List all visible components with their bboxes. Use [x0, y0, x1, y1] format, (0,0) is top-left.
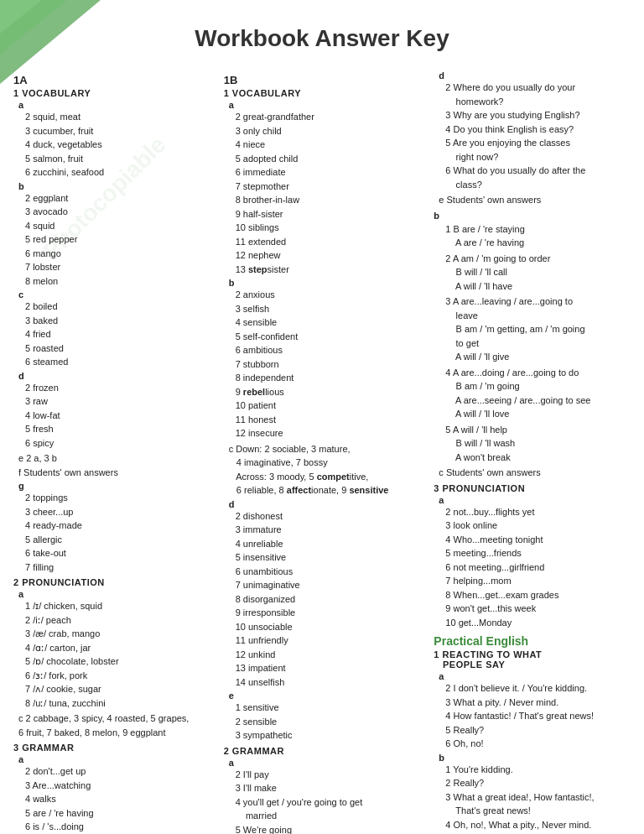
list-item: 5 Really? — [445, 723, 631, 738]
vocab-d-block: d — [18, 371, 210, 381]
pronun-label: 2 PRONUNCIATION — [13, 577, 105, 587]
list-item: 12 nephew — [236, 248, 421, 263]
react-a-label: a — [439, 671, 444, 681]
react-b-block: b — [439, 753, 631, 763]
list-item: 4 niece — [236, 138, 421, 152]
list-item: 3 Are...watching — [25, 779, 210, 793]
list-item: 7 unimaginative — [236, 578, 421, 592]
pronun-col3-a-label: a — [439, 495, 444, 505]
grammar-header: 3 GRAMMAR — [13, 743, 210, 753]
section-d-items: 2 Where do you usually do your homework?… — [445, 81, 631, 191]
grammar-a-block: a — [18, 754, 210, 764]
grammar-a-label: a — [18, 754, 23, 764]
list-item: 5 are / 're having — [25, 806, 210, 821]
grammar-1b-header: 2 GRAMMAR — [224, 746, 421, 756]
list-item: 11 honest — [236, 413, 421, 427]
grammar-1b-label: 2 GRAMMAR — [224, 746, 284, 756]
pronun-a-label: a — [18, 589, 23, 599]
list-item: 6 take-out — [25, 546, 210, 560]
react-b-label: b — [439, 753, 444, 763]
column-2: 1B 1 VOCABULARY a 2 great-grandfather 3 … — [219, 69, 426, 834]
list-item: 6 What do you usually do after the class… — [445, 164, 631, 191]
list-item: 7 filling — [25, 560, 210, 575]
list-item: 11 unfriendly — [236, 633, 421, 648]
vocab-d-items: 2 frozen 3 raw 4 low-fat 5 fresh 6 spicy — [25, 381, 210, 451]
vocab-1b-e-label: e — [229, 691, 234, 701]
list-item: 8 independent — [236, 371, 421, 385]
list-item: 1 sensitive — [236, 701, 421, 715]
grammar-a-items: 2 don't...get up 3 Are...watching 4 walk… — [25, 764, 210, 834]
vocab-1b-e-items: 1 sensitive 2 sensible 3 sympathetic — [236, 701, 421, 743]
list-item: 6 zucchini, seafood — [25, 165, 210, 180]
list-item: 2 Where do you usually do your homework? — [445, 81, 631, 108]
list-item: 7 /ʌ/ cookie, sugar — [25, 682, 210, 696]
list-item: 2 Really? — [445, 776, 631, 790]
section-b-items: 1 B are / 're staying A are / 're having… — [445, 222, 631, 465]
column-1: 1A 1 VOCABULARY a 2 squid, meat 3 cucumb… — [8, 69, 216, 834]
pronun-col3-a-block: a — [439, 495, 631, 505]
list-item: 10 unsociable — [236, 620, 421, 634]
vocab-b-block: b — [18, 181, 210, 191]
list-item: 4 /ɑː/ carton, jar — [25, 641, 210, 655]
list-item: 2 I'll pay — [236, 768, 421, 782]
list-item: 1 You're kidding. — [445, 763, 631, 777]
vocab-1b-a-label: a — [229, 100, 234, 110]
vocab-1b-b-block: b — [229, 278, 421, 288]
vocab-b-items: 2 eggplant 3 avocado 4 squid 5 red peppe… — [25, 191, 210, 289]
list-item: 9 half-sister — [236, 207, 421, 222]
pronun-col3-label: 3 PRONUNCIATION — [434, 483, 525, 493]
vocab-1b-b-items: 2 anxious 3 selfish 4 sensible 5 self-co… — [236, 288, 421, 440]
list-item: 4 walks — [25, 792, 210, 806]
list-item: 3 sympathetic — [236, 728, 421, 743]
list-item: 4 low-fat — [25, 409, 210, 423]
vocab-label: 1 VOCABULARY — [13, 88, 91, 98]
list-item: 5 fresh — [25, 422, 210, 436]
vocab-e: e 2 a, 3 b — [18, 451, 210, 466]
list-item: 3 selfish — [236, 302, 421, 316]
list-item: 6 is / 's...doing — [25, 820, 210, 834]
list-item: 2 dishonest — [236, 509, 421, 524]
pronun-a-block: a — [18, 589, 210, 599]
list-item: 3 baked — [25, 314, 210, 328]
vocab-1b-label: 1 VOCABULARY — [224, 88, 301, 98]
list-item: 4 A are...doing / are...going to do B am… — [445, 366, 631, 421]
list-item: 3 cucumber, fruit — [25, 124, 210, 138]
list-item: 4 ready-made — [25, 519, 210, 533]
list-item: 5 A will / 'll help B will / 'll wash A … — [445, 423, 631, 465]
list-item: 6 ambitious — [236, 343, 421, 357]
vocab-b-label: b — [18, 181, 24, 191]
list-item: 9 won't get...this week — [445, 602, 631, 616]
list-item: 7 stepmother — [236, 180, 421, 194]
list-item: 13 stepsister — [236, 263, 421, 277]
pronun-a-items: 1 /ɪ/ chicken, squid 2 /iː/ peach 3 /æ/ … — [25, 599, 210, 710]
list-item: 2 boiled — [25, 300, 210, 314]
list-item: 3 Why are you studying English? — [445, 108, 631, 122]
vocab-c-label: c — [18, 289, 23, 300]
grammar-label: 3 GRAMMAR — [13, 743, 74, 753]
list-item: 3 only child — [236, 124, 421, 138]
list-item: 6 immediate — [236, 165, 421, 180]
list-item: 6 unambitious — [236, 565, 421, 579]
list-item: 5 red pepper — [25, 232, 210, 247]
vocab-1b-d-block: d — [229, 499, 421, 509]
list-item: 2 sensible — [236, 715, 421, 729]
pronun-col3-a-items: 2 not...buy...flights yet 3 look online … — [445, 505, 631, 630]
section-b-label: b — [434, 211, 439, 221]
list-item: 2 eggplant — [25, 191, 210, 206]
list-item: 2 I don't believe it. / You're kidding. — [445, 681, 631, 696]
list-item: 5 roasted — [25, 341, 210, 356]
vocab-1b-b-label: b — [229, 278, 235, 288]
section-d-block: d — [439, 70, 631, 81]
list-item: 1 B are / 're staying A are / 're having — [445, 222, 631, 250]
vocab-1b-e-block: e — [229, 691, 421, 701]
list-item: 3 avocado — [25, 205, 210, 219]
list-item: 4 How fantastic! / That's great news! — [445, 709, 631, 723]
list-item: 2 squid, meat — [25, 110, 210, 124]
list-item: 3 I'll make — [236, 781, 421, 795]
list-item: 4 duck, vegetables — [25, 138, 210, 152]
list-item: 9 rebellious — [236, 385, 421, 399]
vocab-a-block: a — [18, 100, 210, 110]
vocab-c-items: 2 boiled 3 baked 4 fried 5 roasted 6 ste… — [25, 300, 210, 369]
list-item: 8 When...get...exam grades — [445, 588, 631, 602]
vocab-1b-d-label: d — [229, 499, 235, 509]
